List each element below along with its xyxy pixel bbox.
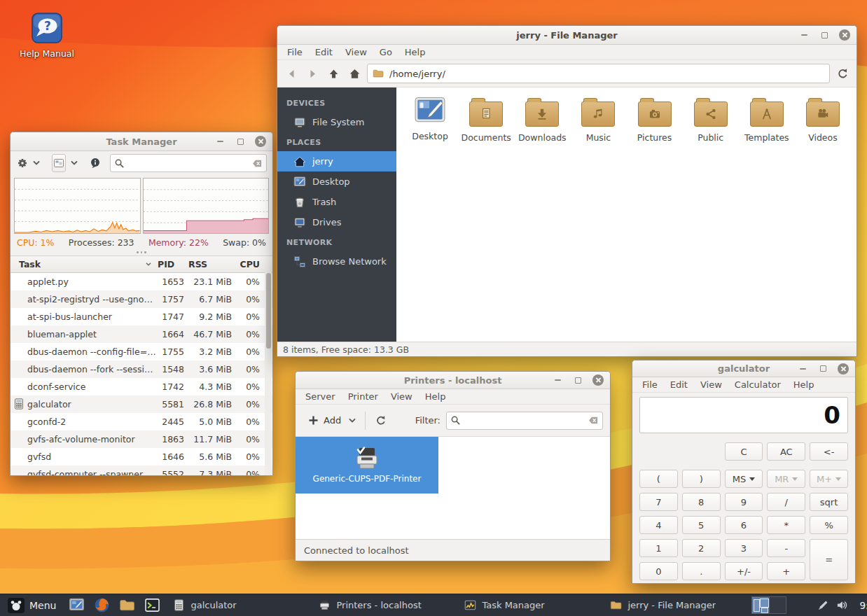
calc-key[interactable]: 6 (725, 516, 763, 534)
launcher-icon[interactable] (119, 597, 135, 613)
add-printer-button[interactable]: Add (303, 412, 347, 429)
menu-item[interactable]: Help (788, 377, 820, 392)
launcher-icon[interactable] (69, 597, 85, 613)
menu-item[interactable]: Calculator (729, 377, 786, 392)
menu-item[interactable]: File (282, 45, 308, 59)
file-icon-item[interactable]: Videos (795, 96, 851, 156)
minimize-button[interactable] (552, 374, 563, 386)
menu-item[interactable]: File (637, 377, 663, 392)
process-row[interactable]: gvfsd 1646 5.6 MiB 0% (11, 448, 272, 465)
calc-key[interactable]: 7 (639, 493, 678, 511)
column-task[interactable]: Task (11, 259, 156, 270)
calc-key[interactable]: % (810, 516, 848, 534)
process-row[interactable]: applet.py 1653 23.1 MiB 0% (11, 273, 272, 290)
calc-key[interactable]: + (767, 562, 805, 580)
sidebar-item[interactable]: Browse Network (277, 251, 396, 272)
process-row[interactable]: blueman-applet 1664 46.7 MiB 0% (11, 326, 272, 343)
refresh-button[interactable] (373, 412, 389, 429)
task-search-input[interactable] (127, 158, 249, 169)
column-rss[interactable]: RSS (187, 259, 235, 270)
file-icon-item[interactable]: Desktop (402, 96, 458, 156)
view-mode-dropdown[interactable] (69, 155, 80, 172)
add-dropdown[interactable] (347, 412, 358, 429)
minimize-button[interactable] (798, 29, 810, 41)
taskbar-window-button[interactable]: galculator (169, 596, 314, 614)
calc-key[interactable]: 4 (639, 516, 678, 534)
task-manager-titlebar[interactable]: Task Manager (11, 132, 272, 151)
menu-item[interactable]: Edit (310, 45, 338, 59)
calc-key[interactable]: 0 (639, 562, 678, 580)
calc-key[interactable]: M+ (810, 470, 848, 488)
file-icon-item[interactable]: Downloads (514, 96, 570, 156)
sidebar-item[interactable]: Desktop (277, 172, 396, 192)
maximize-button[interactable] (819, 29, 830, 41)
reload-button[interactable] (834, 65, 851, 82)
file-view[interactable]: Desktop Documents Downloads (396, 88, 856, 342)
sidebar-item[interactable]: Trash (277, 192, 396, 212)
menu-item[interactable]: Help (419, 389, 452, 404)
taskbar-window-button[interactable]: jerry - File Manager (606, 596, 751, 614)
file-icon-item[interactable]: Music (570, 96, 626, 156)
process-row[interactable]: galculator 5581 26.8 MiB 0% (11, 396, 272, 413)
taskbar-window-button[interactable]: Printers - localhost (314, 596, 460, 614)
file-icon-item[interactable]: Public (683, 96, 739, 156)
close-button[interactable] (592, 374, 604, 386)
calc-key[interactable]: - (767, 539, 805, 557)
menu-item[interactable]: Go (374, 45, 398, 59)
column-pid[interactable]: PID (156, 259, 187, 270)
path-input[interactable] (388, 68, 824, 80)
calc-key[interactable]: <- (810, 442, 848, 461)
clock[interactable]: 9:09:42 pm (859, 600, 867, 611)
process-row[interactable]: dconf-service 1742 4.3 MiB 0% (11, 378, 272, 396)
file-manager-titlebar[interactable]: jerry - File Manager (277, 26, 856, 45)
maximize-button[interactable] (572, 374, 583, 386)
calc-key[interactable]: = (810, 539, 848, 580)
calc-key[interactable]: 1 (639, 539, 678, 557)
calc-key[interactable]: ( (639, 470, 678, 488)
filter-input[interactable] (464, 414, 585, 426)
settings-dropdown[interactable] (31, 155, 42, 172)
maximize-button[interactable] (235, 136, 246, 147)
workspace-switcher[interactable] (751, 596, 786, 614)
menu-item[interactable]: Edit (665, 377, 693, 392)
process-row[interactable]: dbus-daemon --fork --session --... 1548 … (11, 360, 272, 378)
calc-key[interactable]: C (725, 442, 763, 461)
printers-view[interactable]: Generic-CUPS-PDF-Printer (296, 437, 610, 539)
process-row[interactable]: at-spi-bus-launcher 1747 9.2 MiB 0% (11, 308, 272, 326)
calc-key[interactable]: / (767, 493, 805, 511)
menu-item[interactable]: View (340, 45, 373, 59)
menu-item[interactable]: Printer (342, 389, 384, 404)
calc-key[interactable]: . (682, 562, 721, 580)
workspace-1[interactable] (751, 596, 769, 614)
process-row[interactable]: gconfd-2 2445 5.0 MiB 0% (11, 413, 272, 430)
calc-key[interactable]: ) (682, 470, 721, 488)
menu-item[interactable]: View (695, 377, 728, 392)
scrollbar-thumb[interactable] (266, 273, 271, 349)
menu-item[interactable]: Server (300, 389, 341, 404)
applications-menu-button[interactable]: Menu (5, 596, 59, 615)
calc-key[interactable]: 2 (682, 539, 721, 557)
minimize-button[interactable] (797, 363, 808, 374)
taskbar-window-button[interactable]: Task Manager (460, 596, 606, 614)
galculator-titlebar[interactable]: galculator (632, 360, 855, 377)
launcher-icon[interactable] (144, 597, 160, 613)
process-row[interactable]: gvfsd-computer --spawner :1.10... 5552 7… (11, 465, 272, 477)
menu-item[interactable]: Help (399, 45, 431, 59)
file-icon-item[interactable]: Documents (458, 96, 514, 156)
sidebar-item[interactable]: jerry (277, 151, 396, 172)
process-table-header[interactable]: Task PID RSS CPU (11, 255, 272, 273)
printers-titlebar[interactable]: Printers - localhost (296, 372, 610, 389)
close-button[interactable] (255, 136, 266, 147)
desktop-icon-help-manual[interactable]: ? Help Manual (13, 11, 81, 59)
process-row[interactable]: dbus-daemon --config-file=/etc/... 1755 … (11, 343, 272, 360)
forward-button[interactable] (304, 65, 321, 82)
close-button[interactable] (838, 363, 849, 374)
calc-key[interactable]: 9 (725, 493, 763, 511)
sidebar-item[interactable]: File System (277, 112, 396, 132)
launcher-icon[interactable] (94, 597, 110, 613)
calc-key[interactable]: sqrt (810, 493, 848, 511)
column-cpu[interactable]: CPU (235, 259, 263, 270)
calc-key[interactable]: MS (725, 470, 763, 488)
scrollbar[interactable] (265, 272, 272, 476)
maximize-button[interactable] (817, 363, 828, 374)
